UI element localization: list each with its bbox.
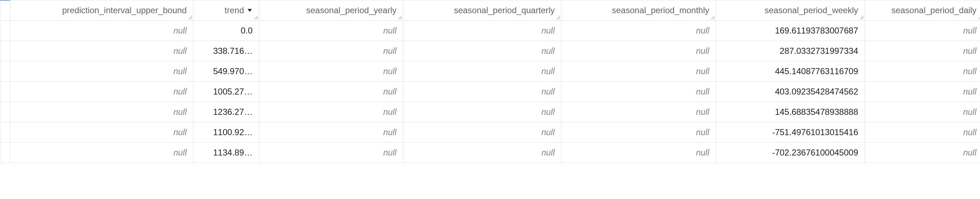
null-indicator: null (696, 87, 709, 96)
null-indicator: null (541, 66, 555, 76)
active-indicator (0, 0, 10, 1)
cell-weekly[interactable]: 445.14087763116709 (716, 61, 865, 82)
cell-weekly[interactable]: 145.68835478938888 (716, 102, 865, 122)
resize-handle-icon[interactable] (397, 14, 402, 20)
cell-trend[interactable]: 1134.89… (193, 143, 259, 163)
cell-yearly[interactable]: null (259, 41, 403, 61)
table-row[interactable]: null549.970…nullnullnull445.140877631167… (0, 61, 980, 82)
cell-trend[interactable]: 1005.27… (193, 82, 259, 102)
null-indicator: null (383, 87, 396, 96)
cell-quarterly[interactable]: null (403, 102, 562, 122)
cell-yearly[interactable]: null (259, 102, 403, 122)
cell-upper_bound[interactable]: null (10, 102, 193, 122)
table-row[interactable]: null1236.27…nullnullnull145.688354789388… (0, 102, 980, 122)
null-indicator: null (541, 46, 555, 56)
resize-handle-icon[interactable] (859, 14, 864, 20)
table-row[interactable]: null1100.92…nullnullnull-751.49761013015… (0, 122, 980, 143)
cell-value: 445.14087763116709 (775, 66, 858, 76)
null-indicator: null (696, 25, 709, 35)
cell-daily[interactable]: null (865, 82, 980, 102)
cell-monthly[interactable]: null (562, 122, 716, 143)
table-row[interactable]: null1005.27…nullnullnull403.092354284745… (0, 82, 980, 102)
table-row[interactable]: null0.0nullnullnull169.61193783007687nul… (0, 21, 980, 41)
cell-quarterly[interactable]: null (403, 61, 562, 82)
null-indicator: null (696, 148, 709, 157)
column-header-upper-bound[interactable]: prediction_interval_upper_bound (10, 0, 193, 21)
row-gutter (0, 122, 10, 143)
cell-daily[interactable]: null (865, 122, 980, 143)
cell-trend[interactable]: 1100.92… (193, 122, 259, 143)
cell-weekly[interactable]: -702.23676100045009 (716, 143, 865, 163)
cell-trend[interactable]: 338.716… (193, 41, 259, 61)
results-table-container: prediction_interval_upper_bound trend (0, 0, 980, 163)
resize-handle-icon[interactable] (555, 14, 560, 20)
cell-monthly[interactable]: null (562, 21, 716, 41)
cell-quarterly[interactable]: null (403, 41, 562, 61)
column-header-yearly[interactable]: seasonal_period_yearly (259, 0, 403, 21)
cell-upper_bound[interactable]: null (10, 122, 193, 143)
cell-quarterly[interactable]: null (403, 122, 562, 143)
null-indicator: null (383, 127, 396, 137)
cell-value: 287.0332731997334 (780, 46, 858, 56)
cell-trend[interactable]: 0.0 (193, 21, 259, 41)
cell-value: 1005.27… (213, 87, 253, 96)
sort-descending-icon[interactable] (247, 8, 253, 13)
table-row[interactable]: null338.716…nullnullnull287.033273199733… (0, 41, 980, 61)
null-indicator: null (963, 46, 977, 56)
table-row[interactable]: null1134.89…nullnullnull-702.23676100045… (0, 143, 980, 163)
cell-upper_bound[interactable]: null (10, 41, 193, 61)
cell-monthly[interactable]: null (562, 102, 716, 122)
cell-monthly[interactable]: null (562, 41, 716, 61)
cell-quarterly[interactable]: null (403, 21, 562, 41)
cell-daily[interactable]: null (865, 102, 980, 122)
resize-handle-icon[interactable] (710, 14, 715, 20)
null-indicator: null (383, 46, 396, 56)
null-indicator: null (541, 107, 555, 116)
header-row: prediction_interval_upper_bound trend (0, 0, 980, 21)
null-indicator: null (696, 46, 709, 56)
cell-weekly[interactable]: 287.0332731997334 (716, 41, 865, 61)
null-indicator: null (963, 148, 977, 157)
cell-quarterly[interactable]: null (403, 82, 562, 102)
cell-yearly[interactable]: null (259, 21, 403, 41)
cell-yearly[interactable]: null (259, 82, 403, 102)
resize-handle-icon[interactable] (253, 14, 258, 20)
null-indicator: null (173, 66, 187, 76)
cell-yearly[interactable]: null (259, 143, 403, 163)
cell-quarterly[interactable]: null (403, 143, 562, 163)
resize-handle-icon[interactable] (977, 14, 980, 20)
cell-daily[interactable]: null (865, 61, 980, 82)
cell-daily[interactable]: null (865, 143, 980, 163)
cell-upper_bound[interactable]: null (10, 82, 193, 102)
cell-weekly[interactable]: -751.49761013015416 (716, 122, 865, 143)
cell-monthly[interactable]: null (562, 82, 716, 102)
cell-trend[interactable]: 549.970… (193, 61, 259, 82)
resize-handle-icon[interactable] (188, 14, 192, 20)
cell-trend[interactable]: 1236.27… (193, 102, 259, 122)
row-gutter (0, 82, 10, 102)
cell-monthly[interactable]: null (562, 61, 716, 82)
cell-value: 549.970… (213, 66, 253, 76)
cell-weekly[interactable]: 403.09235428474562 (716, 82, 865, 102)
column-header-daily[interactable]: seasonal_period_daily (865, 0, 980, 21)
cell-value: 169.61193783007687 (775, 25, 858, 35)
cell-yearly[interactable]: null (259, 122, 403, 143)
cell-upper_bound[interactable]: null (10, 61, 193, 82)
null-indicator: null (963, 127, 977, 137)
cell-daily[interactable]: null (865, 21, 980, 41)
column-header-monthly[interactable]: seasonal_period_monthly (562, 0, 716, 21)
row-gutter (0, 61, 10, 82)
cell-weekly[interactable]: 169.61193783007687 (716, 21, 865, 41)
column-header-weekly[interactable]: seasonal_period_weekly (716, 0, 865, 21)
column-header-quarterly[interactable]: seasonal_period_quarterly (403, 0, 562, 21)
cell-upper_bound[interactable]: null (10, 21, 193, 41)
cell-monthly[interactable]: null (562, 143, 716, 163)
null-indicator: null (696, 107, 709, 116)
column-header-trend[interactable]: trend (193, 0, 259, 21)
column-label: seasonal_period_quarterly (454, 5, 555, 15)
cell-upper_bound[interactable]: null (10, 143, 193, 163)
cell-yearly[interactable]: null (259, 61, 403, 82)
cell-daily[interactable]: null (865, 41, 980, 61)
null-indicator: null (541, 127, 555, 137)
null-indicator: null (383, 25, 396, 35)
